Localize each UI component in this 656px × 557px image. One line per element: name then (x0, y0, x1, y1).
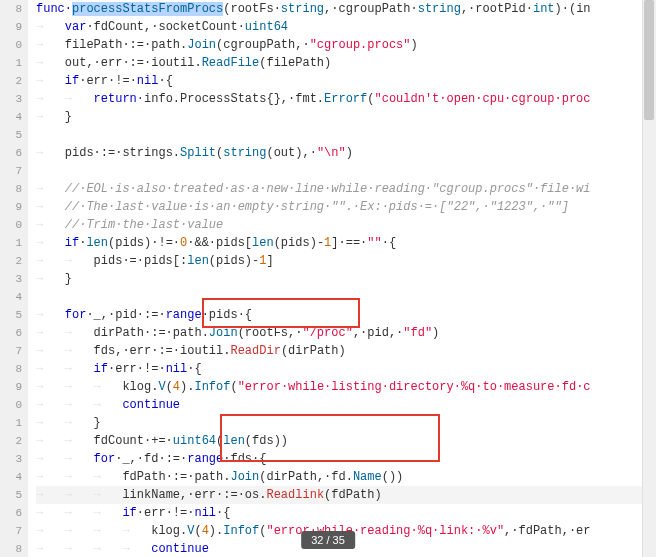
line-number: 4 (0, 108, 22, 126)
code-line[interactable]: → → } (36, 414, 656, 432)
code-line[interactable]: → //·The·last·value·is·an·empty·string·"… (36, 198, 656, 216)
vertical-scrollbar[interactable] (642, 0, 656, 557)
code-line[interactable]: → //·Trim·the·last·value (36, 216, 656, 234)
token: nil (194, 506, 216, 520)
token: for (94, 452, 116, 466)
token: ·pids·{ (202, 308, 252, 322)
line-number: 3 (0, 450, 22, 468)
code-line[interactable]: → } (36, 108, 656, 126)
token: //·EOL·is·also·treated·as·a·new·line·whi… (65, 182, 591, 196)
line-number: 2 (0, 72, 22, 90)
token: continue (151, 542, 209, 556)
token: len (252, 236, 274, 250)
token: ( (230, 380, 237, 394)
indent-whitespace: → → (36, 254, 94, 268)
line-gutter: 8901234567890123456789012345678901 (0, 0, 28, 557)
token: )·(in (555, 2, 591, 16)
line-number: 5 (0, 486, 22, 504)
token: string (418, 2, 461, 16)
code-line[interactable]: → → if·err·!=·nil·{ (36, 360, 656, 378)
token: "/proc" (302, 326, 352, 340)
token: outil. (187, 344, 230, 358)
line-number: 6 (0, 144, 22, 162)
token: "error·while·listing·directory·%q·to·mea… (238, 380, 591, 394)
code-line[interactable]: → → pids·=·pids[:len(pids)-1] (36, 252, 656, 270)
token: fdPath·:=·path. (122, 470, 230, 484)
token: (fds)) (245, 434, 288, 448)
indent-whitespace: → (36, 20, 65, 34)
code-line[interactable]: → if·len(pids)·!=·0·&&·pids[len(pids)-1]… (36, 234, 656, 252)
token: ). (209, 524, 223, 538)
token: ( (166, 380, 173, 394)
token: ·{ (216, 506, 230, 520)
token: (dirPath) (281, 344, 346, 358)
indent-whitespace: → → (36, 452, 94, 466)
code-line[interactable]: → } (36, 270, 656, 288)
code-line[interactable]: → //·EOL·is·also·treated·as·a·new·line·w… (36, 180, 656, 198)
token: if (65, 74, 79, 88)
code-line[interactable]: → → dirPath·:=·path.Join(rootFs,·"/proc"… (36, 324, 656, 342)
code-line[interactable] (36, 162, 656, 180)
token: ·_,·fd·:=· (115, 452, 187, 466)
token: uint64 (173, 434, 216, 448)
token: 4 (173, 380, 180, 394)
token: ·err·!=· (108, 362, 166, 376)
token: ·_,·pid·:=· (86, 308, 165, 322)
scrollbar-thumb[interactable] (644, 0, 654, 120)
token: Readlink (266, 488, 324, 502)
token: (pids)·!=· (108, 236, 180, 250)
code-line[interactable]: → → → if·err·!=·nil·{ (36, 504, 656, 522)
indent-whitespace: → (36, 56, 65, 70)
code-line[interactable] (36, 126, 656, 144)
token: int (533, 2, 555, 16)
code-line[interactable]: → → → linkName,·err·:=·os.Readlink(fdPat… (36, 486, 656, 504)
indent-whitespace: → (36, 38, 65, 52)
token: uint64 (245, 20, 288, 34)
code-line[interactable]: → pids·:=·strings.Split(string(out),·"\n… (36, 144, 656, 162)
line-number: 8 (0, 0, 22, 18)
token: ·err·!=· (79, 74, 137, 88)
line-number: 1 (0, 234, 22, 252)
code-line[interactable]: func·processStatsFromProcs(rootFs·string… (36, 0, 656, 18)
code-line[interactable]: → if·err·!=·nil·{ (36, 72, 656, 90)
code-line[interactable]: → → → fdPath·:=·path.Join(dirPath,·fd.Na… (36, 468, 656, 486)
token: dirPath·:=·path. (94, 326, 209, 340)
indent-whitespace: → → (36, 92, 94, 106)
token: nil (166, 362, 188, 376)
token: "" (367, 236, 381, 250)
token: (pids)- (209, 254, 259, 268)
code-line[interactable]: → → fds,·err·:=·ioutil.ReadDir(dirPath) (36, 342, 656, 360)
line-number: 0 (0, 216, 22, 234)
indent-whitespace: → (36, 74, 65, 88)
token: ·{ (187, 362, 201, 376)
indent-whitespace: → → → (36, 380, 122, 394)
token: len (223, 434, 245, 448)
token: "couldn't·open·cpu·cgroup·proc (374, 92, 590, 106)
code-line[interactable]: → → return·info.ProcessStats{},·fmt.Erro… (36, 90, 656, 108)
code-area[interactable]: func·processStatsFromProcs(rootFs·string… (28, 0, 656, 557)
code-line[interactable]: → → fdCount·+=·uint64(len(fds)) (36, 432, 656, 450)
line-number: 8 (0, 540, 22, 557)
token: range (187, 452, 223, 466)
token: (out),· (266, 146, 316, 160)
line-number: 4 (0, 468, 22, 486)
token: pids·:=·strings. (65, 146, 180, 160)
token: klog. (122, 380, 158, 394)
code-line[interactable]: → filePath·:=·path.Join(cgroupPath,·"cgr… (36, 36, 656, 54)
line-number: 7 (0, 162, 22, 180)
line-number: 8 (0, 360, 22, 378)
token: processStatsFromProcs (72, 2, 223, 16)
code-line[interactable]: → out,·err·:=·ioutil.ReadFile(filePath) (36, 54, 656, 72)
token: linkName,·err (122, 488, 216, 502)
code-line[interactable]: → var·fdCount,·socketCount·uint64 (36, 18, 656, 36)
indent-whitespace: → (36, 218, 65, 232)
code-line[interactable]: → → for·_,·fd·:=·range·fds·{ (36, 450, 656, 468)
code-line[interactable] (36, 288, 656, 306)
code-line[interactable]: → → → continue (36, 396, 656, 414)
line-number: 9 (0, 198, 22, 216)
code-line[interactable]: → → → klog.V(4).Infof("error·while·listi… (36, 378, 656, 396)
line-number: 7 (0, 522, 22, 540)
code-editor[interactable]: 8901234567890123456789012345678901 func·… (0, 0, 656, 557)
token: } (94, 416, 101, 430)
code-line[interactable]: → for·_,·pid·:=·range·pids·{ (36, 306, 656, 324)
